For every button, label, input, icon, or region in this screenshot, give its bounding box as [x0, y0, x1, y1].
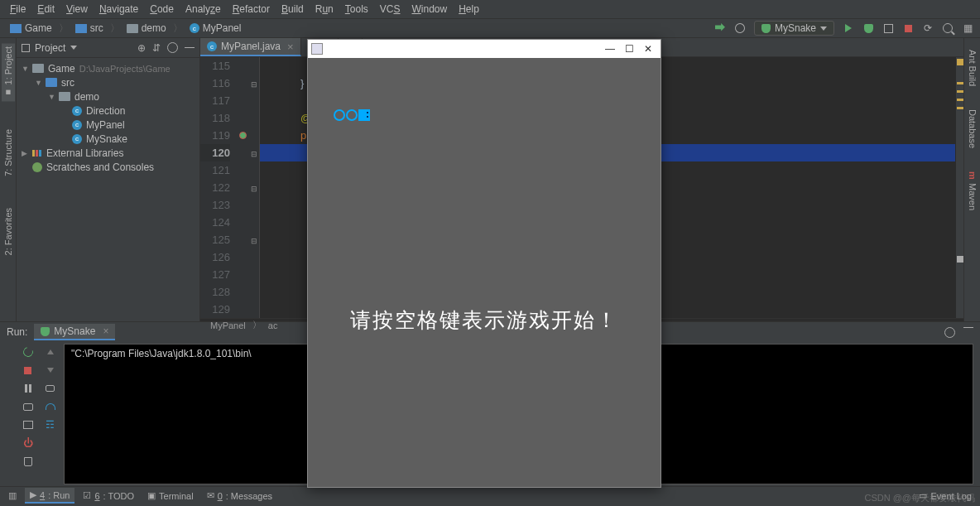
sb-eventlog[interactable]: ▭ Event Log [914, 489, 977, 503]
game-window[interactable]: — ☐ ✕ 请按空格键表示游戏开始！ [307, 39, 661, 488]
crumb-label: demo [142, 22, 166, 34]
exit-button[interactable]: ⏻ [22, 437, 34, 449]
project-view-icon [22, 44, 30, 52]
menu-vcs[interactable]: VCS [375, 2, 406, 17]
status-bar: ▥ ▶ 4: Run ☑ 6: TODO ▣ Terminal ✉ 0: Mes… [0, 486, 980, 504]
collapse-all-icon[interactable]: ⇵ [152, 42, 161, 54]
run-config-select[interactable]: MySnake [754, 21, 834, 36]
tab-favorites[interactable]: 2: Favorites [2, 205, 15, 258]
gear-icon[interactable] [167, 42, 178, 53]
pause-button[interactable] [22, 383, 34, 394]
tree-row[interactable]: ▼demo [17, 89, 199, 104]
project-tree[interactable]: ▼Game D:\JavaProjects\Game▼src▼democDire… [17, 58, 199, 177]
minimize-button[interactable]: — [605, 43, 615, 55]
sb-messages[interactable]: ✉ 0: Messages [202, 489, 277, 503]
dump-button[interactable] [22, 401, 34, 412]
sb-todo[interactable]: ☑ 6: TODO [78, 489, 139, 503]
menu-file[interactable]: File [5, 2, 31, 17]
crumb-class[interactable]: cMyPanel [186, 21, 245, 36]
rerun-button[interactable] [22, 346, 34, 358]
tab-database[interactable]: Database [966, 106, 979, 152]
coverage-button[interactable] [882, 22, 894, 34]
error-stripe[interactable] [955, 57, 963, 318]
up-button[interactable] [45, 346, 56, 358]
close-button[interactable]: ✕ [644, 43, 652, 55]
class-icon: c [207, 41, 217, 51]
layout-button[interactable]: ☶ [45, 419, 56, 431]
crumb-src[interactable]: src [72, 21, 107, 36]
menu-window[interactable]: Window [406, 2, 452, 17]
class-icon: c [190, 23, 199, 33]
run-title: Run: [7, 326, 27, 338]
fold-gutter[interactable]: ⊟ ⊟ ⊟ ⊟ [248, 57, 260, 318]
soft-wrap-button[interactable] [45, 383, 56, 394]
folder-icon [75, 24, 87, 33]
menu-help[interactable]: Help [454, 2, 484, 17]
stop-button[interactable] [902, 22, 914, 34]
build-button[interactable] [714, 22, 726, 34]
chevron-down-icon [820, 27, 827, 31]
run-tab-label: MySnake [54, 325, 95, 337]
sb-run[interactable]: ▶ 4: Run [25, 488, 74, 504]
crumb-game[interactable]: Game [7, 21, 55, 36]
bug-icon [761, 24, 771, 33]
tree-row[interactable]: cDirection [17, 104, 199, 118]
sb-terminal[interactable]: ▣ Terminal [142, 489, 199, 503]
snake-body-segment [334, 109, 345, 121]
menu-refactor[interactable]: Refactor [228, 2, 275, 17]
menu-code[interactable]: Code [145, 2, 179, 17]
maximize-button[interactable]: ☐ [625, 43, 634, 55]
menu-tools[interactable]: Tools [340, 2, 373, 17]
stop-button[interactable] [22, 364, 34, 376]
snake [334, 109, 370, 121]
tab-project[interactable]: ■ 1: Project [2, 43, 15, 101]
menu-build[interactable]: Build [276, 2, 309, 17]
tab-structure[interactable]: 7: Structure [2, 126, 15, 180]
tab-maven[interactable]: m Maven [966, 168, 979, 214]
tab-mypanel[interactable]: cMyPanel.java× [200, 38, 301, 56]
crumb-demo[interactable]: demo [123, 21, 170, 36]
menu-navigate[interactable]: Navigate [94, 2, 143, 17]
override-marker[interactable] [237, 127, 248, 144]
tree-row[interactable]: ▼src [17, 75, 199, 89]
crumb-label: src [90, 22, 103, 34]
bug-icon [41, 327, 50, 336]
menu-view[interactable]: View [61, 2, 93, 17]
debug-button[interactable] [862, 22, 874, 34]
tool-windows-button[interactable]: ▥ [3, 489, 22, 503]
hide-icon[interactable] [963, 327, 973, 329]
print-button[interactable] [22, 419, 34, 431]
game-titlebar[interactable]: — ☐ ✕ [308, 40, 661, 58]
search-button[interactable] [942, 22, 954, 34]
hide-icon[interactable] [185, 47, 195, 49]
scroll-from-source-icon[interactable]: ⊕ [137, 42, 146, 54]
breadcrumb: Game 〉 src 〉 demo 〉 cMyPanel [7, 21, 244, 36]
run-config-label: MySnake [775, 22, 816, 34]
tree-row[interactable]: cMyPanel [17, 118, 199, 132]
game-canvas[interactable]: 请按空格键表示游戏开始！ [308, 58, 661, 487]
gear-icon[interactable] [944, 327, 955, 338]
delete-button[interactable] [22, 455, 34, 467]
tree-row[interactable]: cMySnake [17, 132, 199, 146]
chevron-down-icon[interactable] [70, 46, 77, 50]
crumb-sep: 〉 [173, 22, 183, 36]
update-button[interactable]: ⟳ [922, 22, 934, 34]
tab-ant[interactable]: Ant Build [966, 46, 979, 89]
tree-row[interactable]: ▶External Libraries [17, 146, 199, 160]
down-button[interactable] [45, 364, 56, 376]
menu-analyze[interactable]: Analyze [180, 2, 226, 17]
close-icon[interactable]: × [287, 41, 294, 53]
project-title: Project [35, 42, 65, 54]
settings-button[interactable]: ▦ [962, 22, 973, 34]
tree-row[interactable]: Scratches and Consoles [17, 160, 199, 174]
run-button[interactable] [843, 22, 854, 34]
menu-edit[interactable]: Edit [32, 2, 60, 17]
scroll-end-button[interactable] [45, 401, 56, 412]
tree-row[interactable]: ▼Game D:\JavaProjects\Game [17, 61, 199, 75]
close-icon[interactable]: × [103, 325, 108, 337]
run-tab[interactable]: MySnake× [34, 324, 115, 340]
crumb-sep: 〉 [110, 22, 120, 36]
sync-button[interactable] [734, 22, 746, 34]
menu-run[interactable]: Run [310, 2, 339, 17]
line-gutter[interactable]: 1151161171181191201211221231241251261271… [200, 57, 237, 318]
